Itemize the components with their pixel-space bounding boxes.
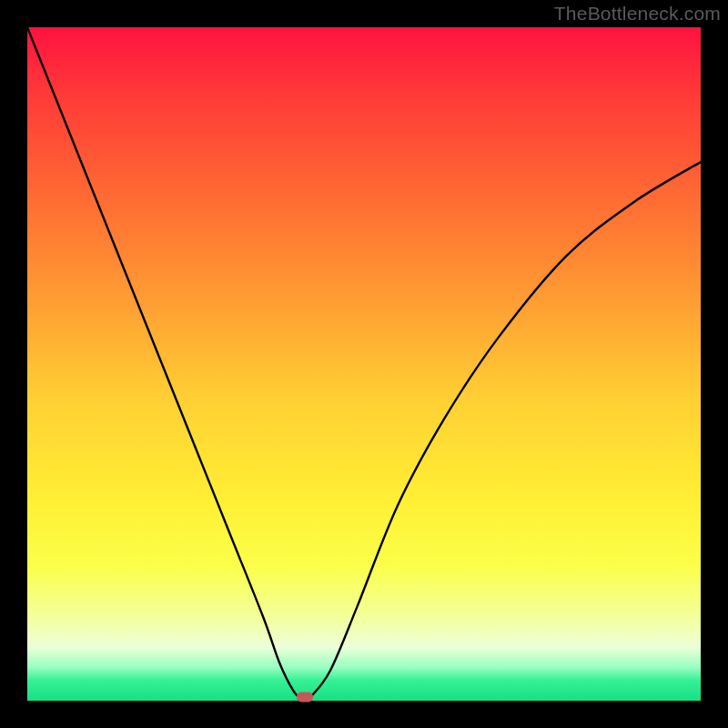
curve-line (27, 27, 701, 701)
watermark-text: TheBottleneck.com (554, 3, 721, 25)
chart-frame: TheBottleneck.com (0, 0, 728, 728)
minimum-marker (297, 693, 313, 703)
plot-area (27, 27, 701, 701)
